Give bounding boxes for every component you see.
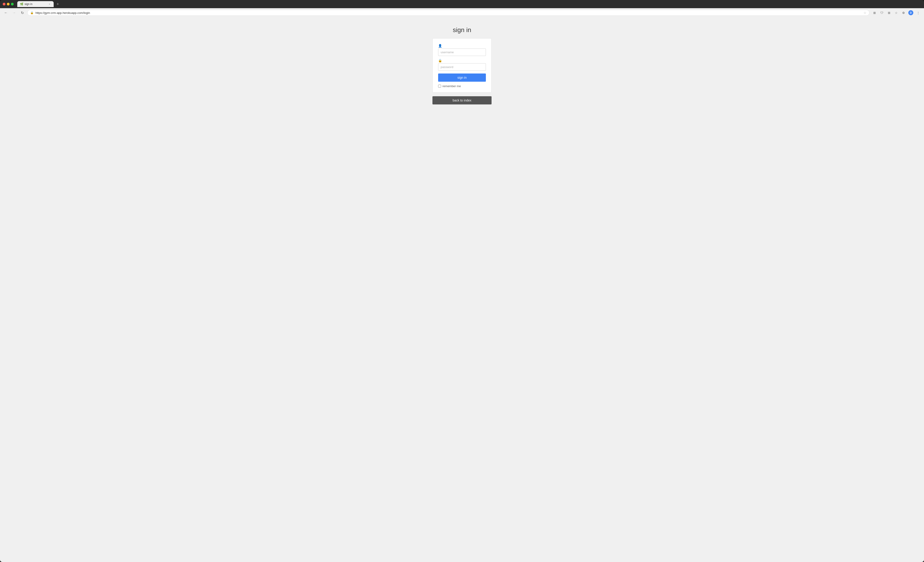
back-nav-button[interactable]: ← [3, 9, 9, 16]
user-icon: 👤 [438, 44, 486, 48]
page-content: sign in 👤 🔒 sign in remember me [0, 17, 924, 562]
password-input[interactable] [438, 63, 486, 71]
remember-me-group: remember me [438, 84, 486, 88]
active-tab[interactable]: 🌿 sign in × [17, 1, 54, 7]
sign-in-button[interactable]: sign in [438, 74, 486, 82]
close-button[interactable] [3, 3, 6, 6]
back-to-index-button[interactable]: back to index [432, 96, 492, 104]
tab-bar: 🌿 sign in × + [17, 1, 921, 7]
tab-title: sign in [24, 3, 47, 6]
profile-initial: D [910, 11, 912, 14]
title-bar: 🌿 sign in × + [0, 0, 924, 8]
toolbar-actions: ⊞ 🛡 ⊞ ☆ ⚙ D ⋮ [871, 9, 921, 16]
password-lock-icon: 🔒 [438, 59, 486, 62]
username-field-group: 👤 [438, 44, 486, 56]
forward-nav-button[interactable]: → [11, 9, 17, 16]
login-card: 👤 🔒 sign in remember me [432, 38, 492, 93]
settings-icon[interactable]: ⚙ [900, 9, 907, 16]
avatar-icon[interactable]: D [908, 9, 914, 16]
new-tab-button[interactable]: + [55, 1, 61, 7]
address-bar-input[interactable] [36, 11, 862, 15]
shield-icon[interactable]: 🛡 [879, 9, 885, 16]
bookmark-icon[interactable]: ☆ [893, 9, 900, 16]
login-page: sign in 👤 🔒 sign in remember me [0, 17, 924, 114]
remember-me-checkbox[interactable] [438, 85, 441, 87]
tab-favicon-icon: 🌿 [20, 3, 23, 6]
remember-me-label: remember me [442, 84, 461, 88]
minimize-button[interactable] [7, 3, 9, 6]
username-input[interactable] [438, 48, 486, 56]
password-field-group: 🔒 [438, 59, 486, 71]
profile-avatar[interactable]: D [908, 10, 914, 15]
more-menu-icon[interactable]: ⋮ [915, 9, 921, 16]
tab-close-button[interactable]: × [48, 3, 51, 6]
toolbar: ← → ↻ 🔒 ☆ ⊞ 🛡 ⊞ ☆ ⚙ D ⋮ [0, 8, 924, 17]
bookmark-star-icon[interactable]: ☆ [864, 11, 867, 15]
grid-apps-icon[interactable]: ⊞ [886, 9, 892, 16]
refresh-nav-button[interactable]: ↻ [19, 9, 26, 16]
address-bar-container[interactable]: 🔒 ☆ [27, 10, 869, 16]
traffic-lights [3, 3, 14, 6]
maximize-button[interactable] [11, 3, 14, 6]
extensions-icon[interactable]: ⊞ [871, 9, 878, 16]
page-title: sign in [453, 26, 471, 34]
lock-icon: 🔒 [30, 11, 34, 14]
browser-window: 🌿 sign in × + ← → ↻ 🔒 ☆ ⊞ 🛡 ⊞ ☆ ⚙ D [0, 0, 924, 562]
